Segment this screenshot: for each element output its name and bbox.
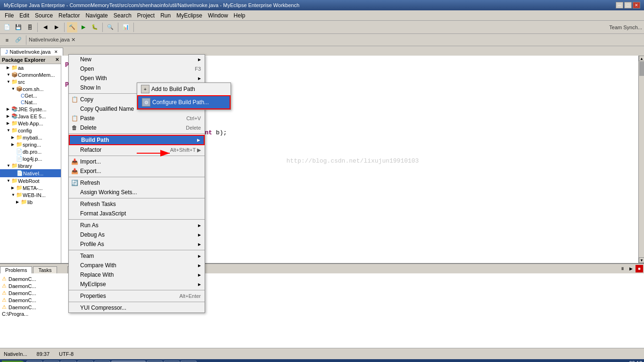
toolbar-link[interactable]: 🔗 xyxy=(13,35,24,45)
tree-item-webroot[interactable]: ▼ 📁 WebRoot xyxy=(0,177,61,184)
menu-window[interactable]: Window xyxy=(205,11,231,20)
cm-run-as[interactable]: Run As▶ xyxy=(69,221,205,230)
maximize-button[interactable]: □ xyxy=(624,2,632,8)
tree-item-config[interactable]: ▼ 📁 config xyxy=(0,127,61,134)
tree-item-meta[interactable]: ▶ 📁 META-... xyxy=(0,184,61,191)
menu-file[interactable]: File xyxy=(2,11,17,20)
menu-navigate[interactable]: Navigate xyxy=(83,11,110,20)
toolbar-save[interactable]: 💾 xyxy=(13,22,24,33)
menu-run[interactable]: Run xyxy=(157,11,173,20)
cm-yui[interactable]: YUI Compressor... xyxy=(69,303,205,313)
cm-open[interactable]: OpenF3 xyxy=(69,64,205,74)
tree-item-aa[interactable]: ▶ 📁 aa xyxy=(0,64,61,71)
tree-item-src[interactable]: ▼ 📁 src xyxy=(0,78,61,85)
cm-refresh-tasks[interactable]: Refresh Tasks xyxy=(69,199,205,209)
tree-item-webapp[interactable]: ▶ 📁 Web App... xyxy=(0,120,61,127)
tree-item-javaee[interactable]: ▶ 📚 Java EE 5... xyxy=(0,113,61,120)
tab-tasks[interactable]: Tasks xyxy=(33,266,57,273)
menu-help[interactable]: Help xyxy=(231,11,248,20)
cm-assign-working-sets[interactable]: Assign Working Sets... xyxy=(69,188,205,197)
tab-close-icon[interactable]: ✕ xyxy=(54,49,58,54)
cm-sep-7 xyxy=(69,250,205,250)
tree-item-package[interactable]: ▼ 📦 com.sh... xyxy=(0,85,61,92)
cm-sep-6 xyxy=(69,219,205,220)
cm-sep-2 xyxy=(69,133,205,134)
cm-team[interactable]: Team▶ xyxy=(69,251,205,261)
cm-debug-as[interactable]: Debug As▶ xyxy=(69,230,205,239)
cm-delete[interactable]: 🗑 DeleteDelete xyxy=(69,123,205,132)
configure-buildpath-icon: ⚙ xyxy=(142,98,150,107)
menu-myeclipse[interactable]: MyEclipse xyxy=(173,11,205,20)
cm-team-arrow: ▶ xyxy=(198,254,201,258)
cm-myeclipse[interactable]: MyEclipse▶ xyxy=(69,280,205,289)
cm-compare-with[interactable]: Compare With▶ xyxy=(69,261,205,270)
warning-icon-1: ⚠ xyxy=(2,276,7,282)
cm-import[interactable]: 📥 Import... xyxy=(69,157,205,166)
toolbar-save-all[interactable]: 🗄 xyxy=(25,22,35,33)
toolbar-run[interactable]: ▶ xyxy=(78,22,89,33)
cm-build-path[interactable]: Build Path ▶ xyxy=(69,135,205,145)
cm-replace-arrow: ▶ xyxy=(198,273,201,277)
cm-properties[interactable]: PropertiesAlt+Enter xyxy=(69,291,205,301)
sm-add-to-build-path[interactable]: + Add to Build Path xyxy=(137,83,231,95)
toolbar-new[interactable]: 📄 xyxy=(2,22,12,33)
menu-edit[interactable]: Edit xyxy=(17,11,32,20)
tree-item-webinf[interactable]: ▼ 📁 WEB-IN... xyxy=(0,191,61,198)
cm-profileas-arrow: ▶ xyxy=(198,242,201,247)
cm-new[interactable]: New▶ xyxy=(69,55,205,64)
tab-problems[interactable]: Problems xyxy=(0,266,32,273)
menu-project[interactable]: Project xyxy=(134,11,157,20)
tree-item-log4j[interactable]: 📄 log4j.p... xyxy=(0,155,61,162)
cm-export[interactable]: 📤 Export... xyxy=(69,166,205,176)
tree-item-spring[interactable]: ▶ 📁 spring... xyxy=(0,141,61,148)
cm-runas-arrow: ▶ xyxy=(198,223,201,228)
menu-search[interactable]: Search xyxy=(111,11,134,20)
menu-refactor[interactable]: Refactor xyxy=(56,11,83,20)
buildpath-submenu: + Add to Build Path ⚙ Configure Build Pa… xyxy=(137,82,231,110)
close-button[interactable]: ✕ xyxy=(633,2,640,8)
minimize-button[interactable]: ─ xyxy=(616,2,623,8)
toolbar-forward[interactable]: ▶ xyxy=(51,22,62,33)
tree-item-library[interactable]: ▼ 📁 library xyxy=(0,162,61,169)
editor-tab-nativeinvoke[interactable]: J NativeInvoke.java ✕ xyxy=(0,48,63,56)
cm-replace-with[interactable]: Replace With▶ xyxy=(69,270,205,280)
scroll-down-btn[interactable]: ▼ xyxy=(639,257,644,263)
tree-item-dbprop[interactable]: 📄 db.pro... xyxy=(0,148,61,155)
tab-label: NativeInvoke.java xyxy=(10,49,51,55)
tree-item-commonmem[interactable]: ▼ 📦 CommonMem... xyxy=(0,71,61,78)
bottom-btn-3[interactable]: ■ xyxy=(636,265,643,272)
toolbar-build[interactable]: 🔨 xyxy=(67,22,77,33)
cm-profile-as[interactable]: Profile As▶ xyxy=(69,239,205,249)
toolbar-sep-5 xyxy=(133,23,134,32)
toolbar-search[interactable]: 🔍 xyxy=(105,22,116,33)
toolbar-persp[interactable]: 📊 xyxy=(121,22,131,33)
cm-paste[interactable]: 📋 PasteCtrl+V xyxy=(69,114,205,123)
tree-item-mybati[interactable]: ▶ 📁 mybati... xyxy=(0,134,61,141)
toolbar-debug[interactable]: 🐛 xyxy=(90,22,100,33)
scroll-up-btn[interactable]: ▲ xyxy=(639,56,644,61)
tree-item-get[interactable]: C Get... xyxy=(0,92,61,99)
taskbar-tray: 中 英 S 🎤 ⌨ 🖨 🔊 📶 23:13 2017/11/8 xyxy=(550,360,642,362)
toolbar-back[interactable]: ◀ xyxy=(40,22,50,33)
cm-open-with[interactable]: Open With▶ xyxy=(69,74,205,83)
cm-myeclipse-arrow: ▶ xyxy=(198,282,201,287)
explorer-close[interactable]: ✕ xyxy=(55,57,59,62)
tree-item-nat[interactable]: C Nat... xyxy=(0,99,61,106)
cm-refresh[interactable]: 🔄 Refresh xyxy=(69,178,205,188)
tree-item-jre[interactable]: ▶ 📚 JRE Syste... xyxy=(0,106,61,113)
tree-item-lib[interactable]: ▶ 📁 lib xyxy=(0,198,61,206)
cm-sep-3 xyxy=(69,156,205,156)
tree-item-nativei[interactable]: 📄 NativeI... xyxy=(0,169,61,177)
cm-sep-5 xyxy=(69,198,205,198)
explorer-header: Package Explorer ✕ xyxy=(0,56,61,64)
project-icon: 📦 xyxy=(11,72,18,78)
toolbar-collapse[interactable]: ≡ xyxy=(2,35,12,45)
menu-source[interactable]: Source xyxy=(32,11,56,20)
bottom-btn-2[interactable]: ▶ xyxy=(627,265,635,272)
cm-refactor[interactable]: RefactorAlt+Shift+T ▶ xyxy=(69,145,205,155)
editor-scrollbar[interactable]: ▲ ▼ xyxy=(638,56,644,263)
sm-configure-build-path[interactable]: ⚙ Configure Build Path... xyxy=(137,95,231,109)
bottom-btn-1[interactable]: ⏸ xyxy=(619,265,626,272)
scroll-thumb[interactable] xyxy=(639,62,644,76)
cm-format-js[interactable]: Format JavaScript xyxy=(69,209,205,218)
